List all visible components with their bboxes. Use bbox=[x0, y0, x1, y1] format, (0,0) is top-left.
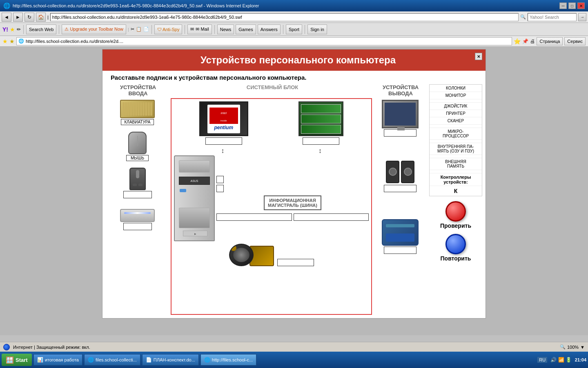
ram-label-box[interactable] bbox=[303, 137, 339, 145]
monitor-image bbox=[382, 100, 419, 128]
item-kolonki[interactable]: КОЛОНКИ bbox=[430, 85, 482, 92]
item-monitor[interactable]: МОНИТОР bbox=[430, 92, 482, 99]
right-panel: КОЛОНКИ МОНИТОР ДЖОЙСТИК ПРИНТЕР СКАНЕР … bbox=[429, 84, 482, 315]
back-button[interactable]: ◄ bbox=[2, 13, 11, 22]
system-block: intel inside pentium bbox=[171, 98, 372, 315]
taskbar-icon-3: 📄 bbox=[146, 357, 152, 363]
red-button-icon bbox=[445, 201, 466, 222]
start-button[interactable]: 🪟 Start bbox=[2, 354, 32, 366]
pc-tower-image: ASUS ▶ bbox=[174, 155, 215, 241]
service-button[interactable]: Сервис bbox=[564, 37, 586, 45]
home-button[interactable]: 🏠 bbox=[36, 13, 46, 22]
taskbar-item-2[interactable]: 🌐 files.school-collecti... bbox=[84, 354, 140, 366]
printer-empty-label[interactable] bbox=[384, 247, 416, 254]
check-label: Проверить bbox=[440, 222, 471, 229]
zoom-arrow: ▼ bbox=[580, 345, 585, 350]
zoom-icon: 🔍 bbox=[560, 344, 566, 350]
fav-icon2: 📌 bbox=[522, 38, 528, 44]
search-web-button[interactable]: Search Web bbox=[26, 25, 56, 34]
paste-icon: 📄 bbox=[143, 27, 149, 32]
lang-indicator: RU bbox=[537, 357, 547, 363]
flash-window: Устройство персонального компьютера ✕ Ра… bbox=[102, 49, 486, 319]
taskbar-icon-4: 🌐 bbox=[204, 357, 210, 363]
printer-device bbox=[382, 219, 419, 254]
mouse-label[interactable]: МЫШЬ bbox=[126, 155, 149, 161]
upgrade-button[interactable]: ⚠ Upgrade your Toolbar Now bbox=[62, 25, 126, 34]
item-printer[interactable]: ПРИНТЕР bbox=[430, 110, 482, 117]
joystick-image bbox=[129, 168, 146, 190]
blue-button-icon bbox=[445, 234, 466, 254]
scissors-icon: ✂ bbox=[131, 27, 134, 32]
favorites-url[interactable]: 🌐 http://files.school-collection.edu.ru/… bbox=[16, 37, 512, 45]
item-joystick[interactable]: ДЖОЙСТИК bbox=[430, 103, 482, 110]
bus-label-box-2[interactable] bbox=[294, 213, 369, 221]
mouse-device: МЫШЬ bbox=[126, 132, 149, 161]
mail-button[interactable]: ✉ ✉ Mail bbox=[187, 25, 212, 34]
title-bar-left: 🌐 http://files.school-collection.edu.ru/… bbox=[3, 2, 259, 9]
games-button[interactable]: Games bbox=[236, 25, 256, 34]
taskbar-label-3: ПЛАН-конспект.do... bbox=[154, 357, 195, 362]
sport-button[interactable]: Sport bbox=[286, 25, 302, 34]
anti-spy-button[interactable]: 🛡 Anti-Spy bbox=[154, 25, 183, 34]
minimize-button[interactable]: ─ bbox=[559, 2, 567, 9]
output-section-label: УСТРОЙСТВАВЫВОДА bbox=[376, 84, 425, 96]
title-bar-controls: ─ □ ✕ bbox=[559, 2, 585, 9]
item-external-mem[interactable]: ВНЕШНЯЯПАМЯТЬ bbox=[430, 158, 482, 170]
status-bar: Интернет | Защищенный режим: вкл. 🔍 100%… bbox=[0, 342, 588, 352]
taskbar-icon-1: 📊 bbox=[37, 357, 43, 363]
keyboard-label[interactable]: КЛАВИАТУРА bbox=[121, 119, 154, 125]
flash-header: Устройство персонального компьютера ✕ bbox=[102, 49, 486, 71]
restore-button[interactable]: □ bbox=[568, 2, 576, 9]
mouse-image bbox=[128, 132, 147, 154]
ie-fav-icon: 🌐 bbox=[18, 38, 24, 44]
copy-icon: 📋 bbox=[136, 27, 142, 32]
address-input[interactable] bbox=[50, 13, 519, 21]
item-scanner[interactable]: СКАНЕР bbox=[430, 117, 482, 125]
joystick-device bbox=[123, 168, 152, 198]
go-button[interactable]: → bbox=[578, 13, 586, 21]
signin-button[interactable]: Sign in bbox=[307, 25, 327, 34]
fav-icon1: ⭐ bbox=[514, 38, 521, 45]
flash-close-button[interactable]: ✕ bbox=[475, 53, 482, 60]
flash-title: Устройство персонального компьютера bbox=[119, 54, 477, 66]
sys-icons: 🔊 📶 🔋 bbox=[550, 357, 572, 363]
scanner-empty-label[interactable] bbox=[123, 223, 152, 230]
news-button[interactable]: News bbox=[217, 25, 234, 34]
star-fav2-icon: ★ bbox=[9, 38, 15, 45]
refresh-button[interactable]: ↻ bbox=[24, 13, 34, 22]
status-text: Интернет | Защищенный режим: вкл. bbox=[13, 345, 90, 350]
speakers-empty-label[interactable] bbox=[384, 185, 416, 192]
toolbar-separator-5 bbox=[214, 25, 215, 34]
bus-label-box-1[interactable] bbox=[216, 213, 292, 221]
star-fav-icon: ★ bbox=[2, 38, 8, 45]
taskbar-item-4[interactable]: 🌐 http://files.school-c... bbox=[200, 354, 256, 366]
ram-area bbox=[298, 101, 343, 145]
fav-icon3: 🖨 bbox=[530, 38, 535, 44]
check-button[interactable]: Проверить bbox=[429, 201, 482, 229]
close-button[interactable]: ✕ bbox=[577, 2, 585, 9]
cpu-label-box[interactable] bbox=[205, 137, 242, 145]
taskbar-item-1[interactable]: 📊 итоговая работа bbox=[33, 354, 82, 366]
repeat-button[interactable]: Повторить bbox=[429, 234, 482, 262]
answers-button[interactable]: Answers bbox=[258, 25, 281, 34]
windows-icon: 🪟 bbox=[6, 356, 14, 364]
edit-icon: ✏ bbox=[17, 27, 21, 32]
joystick-empty-label[interactable] bbox=[123, 191, 152, 198]
item-k[interactable]: К bbox=[430, 186, 482, 196]
forward-button[interactable]: ► bbox=[13, 13, 23, 22]
item-controllers[interactable]: Контроллерыустройств: bbox=[430, 173, 482, 186]
speakers-image bbox=[386, 159, 414, 184]
output-devices-column bbox=[374, 98, 427, 315]
divider: | bbox=[128, 27, 129, 32]
speakers-device bbox=[384, 159, 416, 192]
zoom-level: 100% bbox=[567, 345, 579, 350]
scanner-device bbox=[120, 209, 155, 230]
taskbar-label-2: files.school-collecti... bbox=[96, 357, 137, 362]
item-ram[interactable]: ВНУТРЕННЯЯ ПА-МЯТЬ (ОЗУ И ПЗУ) bbox=[430, 143, 482, 155]
search-input[interactable] bbox=[528, 13, 577, 21]
storage-label-box[interactable] bbox=[277, 259, 314, 266]
time-display: 21:04 bbox=[575, 357, 586, 362]
taskbar-item-3[interactable]: 📄 ПЛАН-конспект.do... bbox=[142, 354, 199, 366]
item-cpu[interactable]: МИКРО-ПРОЦЕССОР bbox=[430, 128, 482, 140]
page-button[interactable]: Страница bbox=[537, 37, 563, 45]
